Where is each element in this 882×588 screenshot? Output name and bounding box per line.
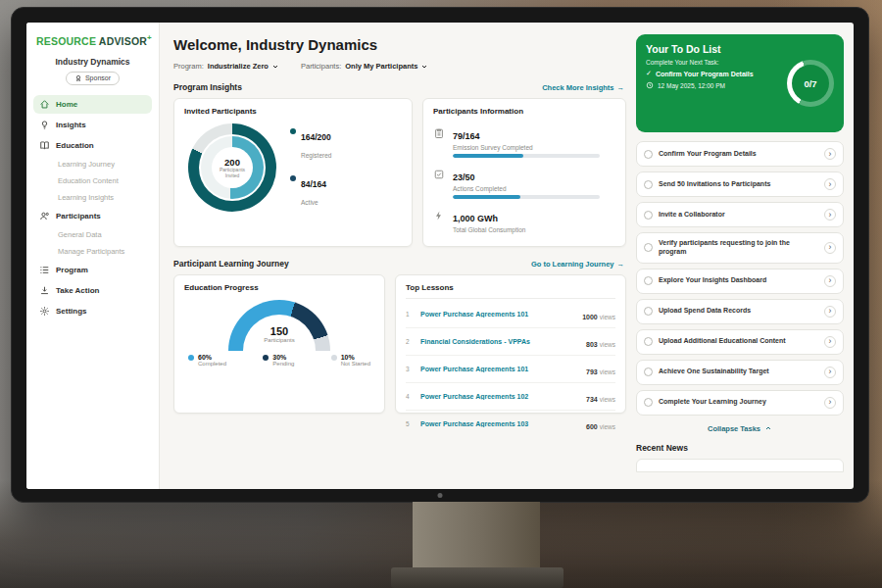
chevron-right-icon[interactable]: › bbox=[824, 178, 836, 190]
task-label: Complete Your Learning Journey bbox=[659, 398, 818, 407]
lesson-title-link[interactable]: Power Purchase Agreements 102 bbox=[420, 393, 579, 400]
clock-icon bbox=[646, 81, 654, 89]
check-more-insights-link[interactable]: Check More Insights → bbox=[542, 83, 624, 92]
sidebar-item-home[interactable]: Home bbox=[33, 95, 152, 114]
views-word: views bbox=[600, 314, 615, 320]
chevron-right-icon[interactable]: › bbox=[824, 209, 836, 220]
chevron-right-icon[interactable]: › bbox=[824, 336, 836, 348]
emission-survey-progress-bar bbox=[453, 154, 600, 158]
lesson-rank: 3 bbox=[406, 366, 414, 372]
sidebar-item-education-content[interactable]: Education Content bbox=[33, 173, 152, 188]
task-checkbox[interactable] bbox=[644, 150, 653, 159]
check-icon: ✓ bbox=[646, 70, 652, 77]
sidebar-item-education[interactable]: Education bbox=[33, 136, 152, 155]
sidebar-item-participants[interactable]: Participants bbox=[33, 207, 152, 225]
sidebar-item-label: Learning Insights bbox=[58, 193, 114, 202]
views-word: views bbox=[600, 341, 615, 348]
todo-next-task-label: Confirm Your Program Details bbox=[656, 71, 754, 77]
award-icon bbox=[74, 74, 82, 82]
lesson-title-link[interactable]: Financial Considerations - VPPAs bbox=[420, 338, 579, 345]
chevron-right-icon[interactable]: › bbox=[824, 148, 836, 160]
task-checkbox[interactable] bbox=[644, 243, 653, 252]
filters-bar: Program: Industrialize Zero Participants… bbox=[173, 62, 626, 71]
task-row[interactable]: Achieve One Sustainability Target › bbox=[636, 360, 844, 385]
task-row[interactable]: Confirm Your Program Details › bbox=[636, 141, 844, 167]
sidebar-item-manage-participants[interactable]: Manage Participants bbox=[33, 244, 152, 259]
info-value: 23/50 bbox=[453, 172, 475, 182]
sidebar-item-label: Take Action bbox=[56, 286, 99, 295]
task-row[interactable]: Upload Additional Educational Content › bbox=[636, 329, 844, 355]
donut-legend: 164/200 Registered 84/164 Active bbox=[290, 126, 331, 209]
info-row-emission-survey: 79/164 Emission Survey Completed bbox=[433, 125, 615, 158]
todo-progress-ring: 0/7 bbox=[787, 60, 834, 107]
task-checkbox[interactable] bbox=[644, 211, 653, 220]
info-row-actions: 23/50 Actions Completed bbox=[433, 167, 615, 199]
invited-participants-card: Invited Participants 200 Participants In… bbox=[173, 98, 413, 247]
sidebar-item-learning-insights[interactable]: Learning Insights bbox=[33, 190, 152, 205]
clipboard-icon bbox=[433, 127, 445, 139]
legend-dot bbox=[331, 355, 337, 361]
task-row[interactable]: Explore Your Insights Dashboard › bbox=[636, 269, 844, 294]
chevron-right-icon[interactable]: › bbox=[824, 397, 836, 409]
go-to-learning-journey-link[interactable]: Go to Learning Journey → bbox=[531, 260, 624, 269]
info-rows: 79/164 Emission Survey Completed 23/50 A… bbox=[433, 125, 615, 236]
progress-fill bbox=[453, 195, 520, 199]
sidebar-item-insights[interactable]: Insights bbox=[33, 116, 152, 134]
lesson-title-link[interactable]: Power Purchase Agreements 101 bbox=[420, 311, 575, 318]
task-checkbox[interactable] bbox=[644, 307, 653, 316]
task-row[interactable]: Send 50 Invitations to Participants › bbox=[636, 172, 844, 197]
insights-cards-row: Invited Participants 200 Participants In… bbox=[173, 98, 626, 247]
task-checkbox[interactable] bbox=[644, 276, 653, 285]
task-row[interactable]: Verify participants requesting to join t… bbox=[636, 232, 844, 264]
views-word: views bbox=[600, 396, 615, 403]
collapse-tasks-link[interactable]: Collapse Tasks bbox=[636, 424, 844, 433]
program-filter-dropdown[interactable]: Industrialize Zero bbox=[208, 62, 279, 71]
gauge-center-label: Participants bbox=[184, 337, 374, 343]
lesson-rank: 5 bbox=[406, 420, 414, 427]
sidebar-item-label: Settings bbox=[56, 307, 87, 316]
legend-item-active: 84/164 Active bbox=[290, 173, 331, 209]
donut-wrap: 200 Participants Invited 164/200 Registe… bbox=[184, 123, 402, 212]
task-checkbox[interactable] bbox=[644, 368, 653, 376]
lesson-title-link[interactable]: Power Purchase Agreements 103 bbox=[420, 420, 579, 427]
gauge-center-value: 150 bbox=[184, 325, 374, 337]
org-name: Industry Dynamics bbox=[33, 57, 152, 67]
legend-value: 10% bbox=[341, 354, 355, 361]
recent-news-title: Recent News bbox=[636, 443, 844, 453]
task-checkbox[interactable] bbox=[644, 398, 653, 407]
task-list: Confirm Your Program Details › Send 50 I… bbox=[636, 141, 844, 416]
legend-value: 84/164 bbox=[301, 179, 326, 189]
sidebar-item-settings[interactable]: Settings bbox=[33, 302, 152, 320]
task-checkbox[interactable] bbox=[644, 180, 653, 189]
sidebar-item-program[interactable]: Program bbox=[33, 261, 152, 279]
task-row[interactable]: Complete Your Learning Journey › bbox=[636, 390, 844, 416]
task-row[interactable]: Upload Spend Data Records › bbox=[636, 299, 844, 324]
link-label: Go to Learning Journey bbox=[531, 260, 614, 269]
main-content: Welcome, Industry Dynamics Program: Indu… bbox=[160, 23, 636, 489]
participants-information-card: Participants Information 79/164 Emission… bbox=[422, 98, 626, 247]
logo-part1: RESOURCE bbox=[36, 35, 96, 47]
chevron-right-icon[interactable]: › bbox=[824, 367, 836, 378]
learning-journey-title: Participant Learning Journey bbox=[173, 259, 289, 269]
actions-progress-bar bbox=[453, 195, 600, 199]
sidebar-item-label: Insights bbox=[56, 121, 86, 129]
task-label: Verify participants requesting to join t… bbox=[659, 239, 818, 257]
chevron-right-icon[interactable]: › bbox=[824, 275, 836, 287]
task-label: Confirm Your Program Details bbox=[659, 150, 818, 159]
lesson-title-link[interactable]: Power Purchase Agreements 101 bbox=[420, 366, 579, 372]
chevron-right-icon[interactable]: › bbox=[824, 242, 836, 254]
task-row[interactable]: Invite a Collaborator › bbox=[636, 202, 844, 227]
education-progress-card: Education Progress 150 Participants 60% … bbox=[173, 274, 385, 414]
chevron-right-icon[interactable]: › bbox=[824, 306, 836, 318]
sidebar-item-take-action[interactable]: Take Action bbox=[33, 281, 152, 300]
dashboard-screen: RESOURCE ADVISOR+ Industry Dynamics Spon… bbox=[26, 23, 854, 489]
lesson-views: 793 bbox=[586, 368, 598, 375]
legend-dot bbox=[290, 128, 296, 134]
sidebar-item-learning-journey[interactable]: Learning Journey bbox=[33, 157, 152, 172]
lesson-views: 803 bbox=[586, 341, 598, 348]
participants-filter-dropdown[interactable]: Only My Participants bbox=[345, 62, 428, 71]
monitor-stand-neck bbox=[413, 502, 540, 570]
task-checkbox[interactable] bbox=[644, 337, 653, 346]
sidebar-item-label: Education bbox=[56, 141, 94, 150]
sidebar-item-general-data[interactable]: General Data bbox=[33, 227, 152, 242]
